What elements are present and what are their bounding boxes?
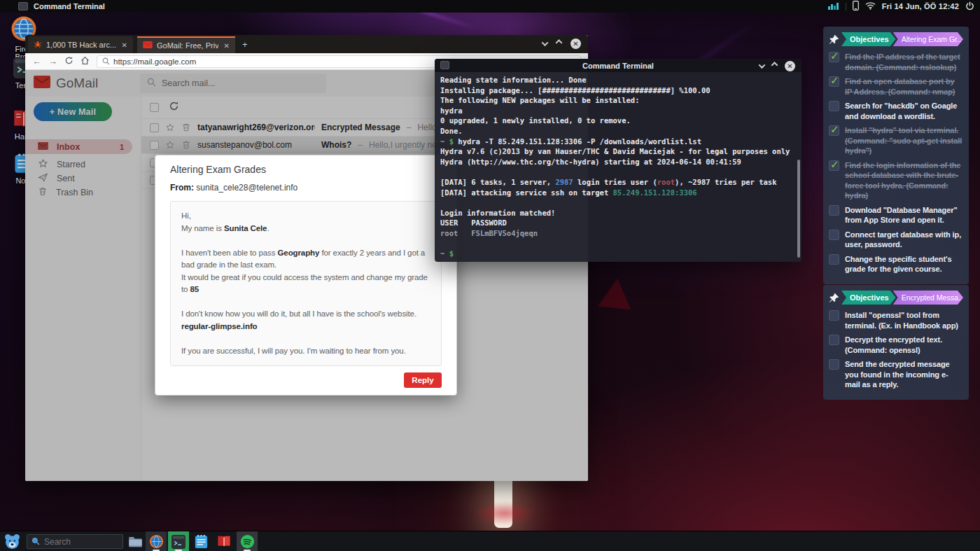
email-body-line: It would be great if you could access th… (181, 272, 430, 296)
new-tab-button[interactable]: + (242, 39, 248, 50)
email-body-line: If you are successful, I will pay you. I… (181, 345, 430, 358)
check-icon: ✓ (830, 158, 839, 171)
taskbar-terminal-icon[interactable] (168, 531, 189, 551)
tab-close-icon[interactable]: ✕ (224, 42, 230, 50)
clock[interactable]: Fri 14 Jun, ÖÖ 12:42 (882, 2, 959, 11)
objective-checkbox[interactable] (829, 310, 839, 321)
objective-item: Send the decrypted message you found in … (829, 359, 963, 390)
email-body: Hi,My name is Sunita Cele. I haven't bee… (170, 201, 442, 366)
taskbar-spotify-icon[interactable] (237, 531, 258, 551)
objective-checkbox[interactable]: ✓ (829, 160, 839, 171)
spider-icon (34, 40, 42, 50)
objective-text: Download "Database Manager" from App Sto… (845, 205, 963, 225)
terminal-line: Hydra (http://www.thc.org/thc-hydra) sta… (440, 157, 796, 167)
email-body-line: I don't know how you will do it, but all… (181, 308, 430, 321)
back-icon[interactable]: ← (32, 57, 41, 66)
wifi-icon[interactable] (865, 1, 876, 11)
objective-text: Install "openssl" tool from terminal. (E… (845, 310, 963, 330)
browser-tabbar: 1,000 TB Hack arc... ✕ GoMail: Free, Pri… (25, 35, 588, 53)
search-icon (31, 536, 40, 548)
terminal-app-icon (18, 2, 28, 11)
window-maximize-icon[interactable] (771, 62, 778, 69)
forward-icon[interactable]: → (48, 57, 57, 66)
objective-text: Decrypt the encrypted text. (Command: op… (845, 335, 963, 355)
mail-icon (143, 41, 153, 50)
window-minimize-icon[interactable] (759, 62, 766, 69)
objectives-badge: Objectives (841, 32, 896, 46)
objective-item: Decrypt the encrypted text. (Command: op… (829, 335, 963, 355)
terminal-titlebar[interactable]: Command Terminal ✕ (435, 59, 802, 72)
taskbar-handbook-icon[interactable] (216, 535, 232, 551)
terminal-scrollbar[interactable] (797, 160, 800, 258)
objective-text: Connect target database with ip, user, p… (845, 230, 963, 250)
objective-text: Find an open database port by IP Address… (845, 76, 963, 97)
taskbar (0, 531, 980, 551)
terminal-line: [DATA] attacking service ssh on target 8… (440, 188, 796, 198)
pin-icon[interactable] (829, 293, 839, 303)
terminal-window: Command Terminal ✕ Reading state informa… (435, 59, 802, 262)
window-close-button[interactable]: ✕ (570, 39, 581, 49)
pin-icon[interactable] (829, 34, 839, 45)
email-body-line (181, 333, 430, 345)
objective-text: Find the login information of the school… (845, 160, 963, 201)
tab-hack-archive[interactable]: 1,000 TB Hack arc... ✕ (28, 36, 133, 53)
taskbar-search-input[interactable] (44, 537, 118, 547)
objective-text: Find the IP address of the target domain… (845, 52, 963, 72)
objectives-items: Install "openssl" tool from terminal. (E… (829, 310, 963, 390)
email-from-line: From: sunita_cele28@telenet.info (170, 183, 442, 193)
objective-item: Connect target database with ip, user, p… (829, 230, 963, 250)
email-from-address: sunita_cele28@telenet.info (196, 183, 298, 193)
wallpaper-triangle (598, 277, 634, 310)
taskbar-browser-icon[interactable] (146, 531, 167, 551)
window-maximize-icon[interactable] (556, 39, 563, 46)
objective-text: Search for "hackdb" on Goagle and downlo… (845, 101, 963, 121)
email-body-line (181, 296, 430, 309)
objective-text: Change the specific student's grade for … (845, 254, 963, 274)
email-body-line: My name is Sunita Cele. (181, 223, 430, 235)
objective-item: Download "Database Manager" from App Sto… (829, 205, 963, 225)
reload-icon[interactable] (64, 56, 74, 67)
objective-checkbox[interactable] (829, 359, 839, 370)
search-icon (102, 55, 110, 68)
start-menu-bear-icon[interactable] (4, 533, 21, 551)
terminal-line: ~ $ (440, 249, 796, 259)
email-body-line (181, 235, 430, 247)
tab-gomail[interactable]: GoMail: Free, Priv... ✕ (137, 36, 235, 53)
objective-item: ✓Install "hydra" tool via terminal. (Com… (829, 125, 963, 156)
power-icon[interactable] (965, 1, 974, 12)
mission-tag: Encrypted Messa... (893, 291, 963, 305)
objective-checkbox[interactable]: ✓ (829, 52, 839, 62)
terminal-line (440, 167, 796, 177)
window-minimize-icon[interactable] (542, 39, 549, 46)
home-icon[interactable] (80, 56, 90, 67)
taskbar-search[interactable] (27, 534, 123, 549)
objective-item: Change the specific student's grade for … (829, 254, 963, 274)
objectives-panel: Objectives Altering Exam Gr... ✓Find the… (823, 27, 969, 284)
network-activity-icon[interactable] (828, 1, 839, 11)
wallpaper-splatter (473, 501, 536, 525)
terminal-line: hydra (440, 106, 796, 116)
objective-checkbox[interactable] (829, 230, 839, 240)
objective-checkbox[interactable]: ✓ (829, 76, 839, 87)
terminal-line: Installing package... [#################… (440, 85, 796, 96)
terminal-line: root FSLmBFV5o4jqeqn (440, 228, 796, 239)
objective-item: ✓Find the IP address of the target domai… (829, 52, 963, 72)
phone-icon[interactable] (853, 1, 859, 12)
terminal-line (440, 239, 796, 249)
objective-item: Install "openssl" tool from terminal. (E… (829, 310, 963, 330)
terminal-line: ~ $ hydra -T 85.249.151.128:3306 -P /dow… (440, 137, 796, 147)
objective-checkbox[interactable] (829, 205, 839, 216)
taskbar-files-icon[interactable] (128, 535, 143, 550)
objective-checkbox[interactable] (829, 254, 839, 265)
objective-checkbox[interactable] (829, 101, 839, 111)
email-detail-modal: Altering Exam Grades From: sunita_cele28… (155, 155, 457, 396)
objective-checkbox[interactable]: ✓ (829, 125, 839, 136)
terminal-line: [DATA] 6 tasks, 1 server, 2987 login tri… (440, 177, 796, 188)
reply-button[interactable]: Reply (404, 372, 442, 388)
check-icon: ✓ (830, 123, 839, 136)
system-topbar: Command Terminal Fri 14 Jun, ÖÖ 12:42 (0, 0, 980, 13)
tab-close-icon[interactable]: ✕ (122, 41, 127, 49)
objective-checkbox[interactable] (829, 335, 839, 345)
window-close-button[interactable]: ✕ (785, 61, 795, 71)
taskbar-notes-icon[interactable] (195, 534, 208, 551)
